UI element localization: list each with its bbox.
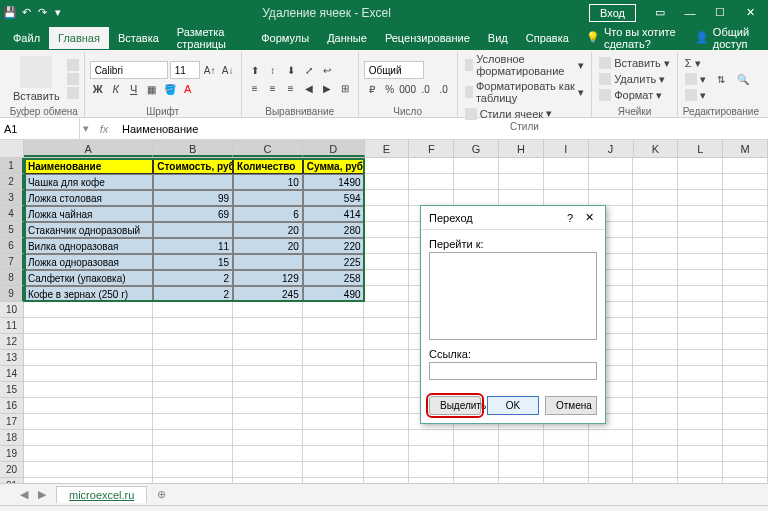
bold-icon[interactable]: Ж	[90, 81, 106, 97]
cell[interactable]	[409, 446, 454, 462]
cell[interactable]	[233, 398, 303, 414]
cell[interactable]: Чашка для кофе	[24, 174, 153, 190]
comma-icon[interactable]: 000	[400, 81, 416, 97]
row-header[interactable]: 3	[0, 190, 24, 206]
cell[interactable]	[678, 478, 723, 483]
cell[interactable]	[723, 286, 768, 302]
cell[interactable]	[633, 222, 678, 238]
cell[interactable]	[589, 478, 634, 483]
col-header[interactable]: K	[634, 140, 679, 157]
cell[interactable]	[303, 366, 365, 382]
cell[interactable]	[454, 190, 499, 206]
cell[interactable]	[678, 382, 723, 398]
cell[interactable]	[723, 158, 768, 174]
indent-dec-icon[interactable]: ◀	[301, 80, 317, 96]
cell[interactable]	[723, 430, 768, 446]
row-header[interactable]: 9	[0, 286, 24, 302]
cell[interactable]	[589, 430, 634, 446]
cell[interactable]	[723, 174, 768, 190]
row-header[interactable]: 15	[0, 382, 24, 398]
cell[interactable]	[409, 478, 454, 483]
cell[interactable]	[723, 318, 768, 334]
cell[interactable]	[499, 446, 544, 462]
align-left-icon[interactable]: ≡	[247, 80, 263, 96]
cell[interactable]	[233, 334, 303, 350]
menu-data[interactable]: Данные	[318, 27, 376, 49]
cell[interactable]	[364, 366, 409, 382]
dec-decimal-icon[interactable]: .0	[436, 81, 452, 97]
cell[interactable]	[24, 462, 153, 478]
cell[interactable]	[364, 446, 409, 462]
cell[interactable]	[678, 158, 723, 174]
cell[interactable]	[153, 350, 233, 366]
cell[interactable]: Ложка столовая	[24, 190, 153, 206]
cell[interactable]	[233, 254, 303, 270]
cell[interactable]	[24, 430, 153, 446]
cell[interactable]	[678, 462, 723, 478]
cell[interactable]	[364, 382, 409, 398]
cell[interactable]	[454, 462, 499, 478]
cell[interactable]	[454, 158, 499, 174]
cell[interactable]	[233, 462, 303, 478]
grow-font-icon[interactable]: A↑	[202, 62, 218, 78]
cell[interactable]: 258	[303, 270, 365, 286]
cell[interactable]	[303, 478, 365, 483]
cell[interactable]: Стоимость, руб.	[153, 158, 233, 174]
namebox-dropdown-icon[interactable]: ▾	[80, 122, 92, 135]
cell[interactable]	[723, 254, 768, 270]
indent-inc-icon[interactable]: ▶	[319, 80, 335, 96]
cell[interactable]	[24, 478, 153, 483]
cell[interactable]	[153, 382, 233, 398]
cell[interactable]	[409, 174, 454, 190]
row-header[interactable]: 11	[0, 318, 24, 334]
close-icon[interactable]: ✕	[736, 0, 764, 25]
cell[interactable]: 225	[303, 254, 365, 270]
cell[interactable]	[364, 478, 409, 483]
ref-input[interactable]	[429, 362, 597, 380]
cell[interactable]: 129	[233, 270, 303, 286]
number-format[interactable]: Общий	[364, 61, 424, 79]
cell[interactable]	[633, 446, 678, 462]
cell[interactable]	[678, 254, 723, 270]
cell[interactable]	[153, 222, 233, 238]
row-header[interactable]: 7	[0, 254, 24, 270]
cell[interactable]	[233, 366, 303, 382]
cell[interactable]	[233, 430, 303, 446]
cell[interactable]: 11	[153, 238, 233, 254]
cell[interactable]	[544, 190, 589, 206]
cell[interactable]	[24, 414, 153, 430]
row-header[interactable]: 6	[0, 238, 24, 254]
menu-home[interactable]: Главная	[49, 27, 109, 49]
cell[interactable]	[678, 206, 723, 222]
cell[interactable]	[633, 206, 678, 222]
cell[interactable]	[454, 446, 499, 462]
cell[interactable]	[723, 398, 768, 414]
font-size[interactable]: 11	[170, 61, 200, 79]
cell[interactable]	[589, 174, 634, 190]
cell[interactable]	[365, 174, 410, 190]
cell[interactable]	[303, 334, 365, 350]
col-header[interactable]: J	[589, 140, 634, 157]
cell[interactable]	[409, 462, 454, 478]
cell[interactable]	[633, 414, 678, 430]
cell[interactable]	[544, 430, 589, 446]
cell[interactable]	[678, 430, 723, 446]
cell[interactable]	[153, 334, 233, 350]
cell[interactable]	[364, 414, 409, 430]
cell[interactable]	[303, 414, 365, 430]
cell[interactable]	[303, 382, 365, 398]
cell[interactable]	[678, 174, 723, 190]
cell[interactable]	[365, 238, 410, 254]
row-header[interactable]: 8	[0, 270, 24, 286]
menu-review[interactable]: Рецензирование	[376, 27, 479, 49]
cell[interactable]	[24, 382, 153, 398]
cell[interactable]: 2	[153, 270, 233, 286]
cell[interactable]: Стаканчик одноразовый	[24, 222, 153, 238]
cell[interactable]	[544, 158, 589, 174]
cell[interactable]: 15	[153, 254, 233, 270]
italic-icon[interactable]: К	[108, 81, 124, 97]
cell[interactable]	[678, 238, 723, 254]
cell[interactable]	[233, 302, 303, 318]
col-header[interactable]: E	[365, 140, 410, 157]
save-icon[interactable]: 💾	[4, 7, 16, 19]
